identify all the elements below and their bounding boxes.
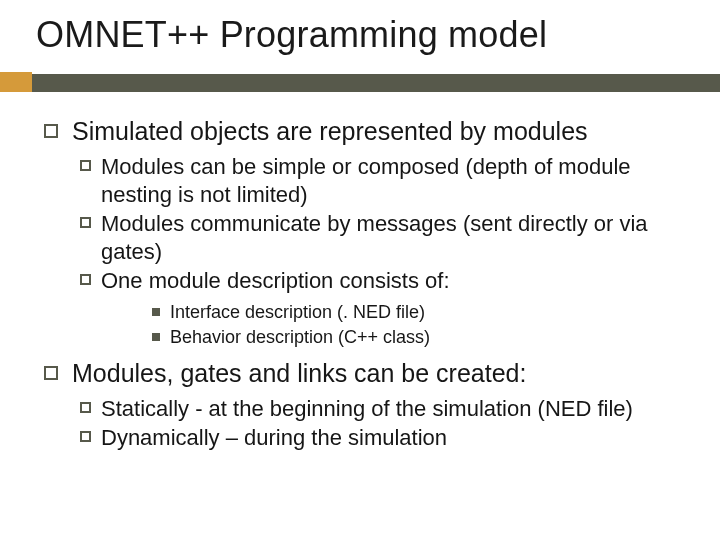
bullet-level2: Dynamically – during the simulation: [80, 424, 688, 452]
bullet-text: Simulated objects are represented by mod…: [72, 116, 588, 147]
accent-tab: [0, 72, 32, 92]
square-outline-icon: [44, 124, 58, 138]
bullet-level2: Modules communicate by messages (sent di…: [80, 210, 688, 265]
bullet-level1: Modules, gates and links can be created:: [44, 358, 688, 389]
bullet-level3: Behavior description (C++ class): [152, 326, 688, 349]
bullet-text: Statically - at the beginning of the sim…: [101, 395, 633, 423]
square-outline-icon: [80, 160, 91, 171]
slide-title: OMNET++ Programming model: [0, 14, 720, 66]
divider-bar: [0, 74, 720, 92]
subsublist: Interface description (. NED file) Behav…: [152, 301, 688, 350]
square-outline-icon: [80, 217, 91, 228]
square-outline-icon: [80, 402, 91, 413]
sublist: Statically - at the beginning of the sim…: [80, 395, 688, 452]
square-solid-icon: [152, 308, 160, 316]
bullet-level2: Statically - at the beginning of the sim…: [80, 395, 688, 423]
square-outline-icon: [44, 366, 58, 380]
bullet-text: Behavior description (C++ class): [170, 326, 430, 349]
content-area: Simulated objects are represented by mod…: [44, 116, 688, 456]
bullet-text: Modules, gates and links can be created:: [72, 358, 526, 389]
slide: OMNET++ Programming model Simulated obje…: [0, 0, 720, 540]
square-outline-icon: [80, 431, 91, 442]
bullet-text: Modules communicate by messages (sent di…: [101, 210, 688, 265]
bullet-text: Modules can be simple or composed (depth…: [101, 153, 688, 208]
bullet-text: Interface description (. NED file): [170, 301, 425, 324]
square-outline-icon: [80, 274, 91, 285]
bullet-level2: One module description consists of:: [80, 267, 688, 295]
bullet-level2: Modules can be simple or composed (depth…: [80, 153, 688, 208]
bullet-text: One module description consists of:: [101, 267, 450, 295]
bullet-text: Dynamically – during the simulation: [101, 424, 447, 452]
bullet-level1: Simulated objects are represented by mod…: [44, 116, 688, 147]
square-solid-icon: [152, 333, 160, 341]
sublist: Modules can be simple or composed (depth…: [80, 153, 688, 349]
bullet-level3: Interface description (. NED file): [152, 301, 688, 324]
